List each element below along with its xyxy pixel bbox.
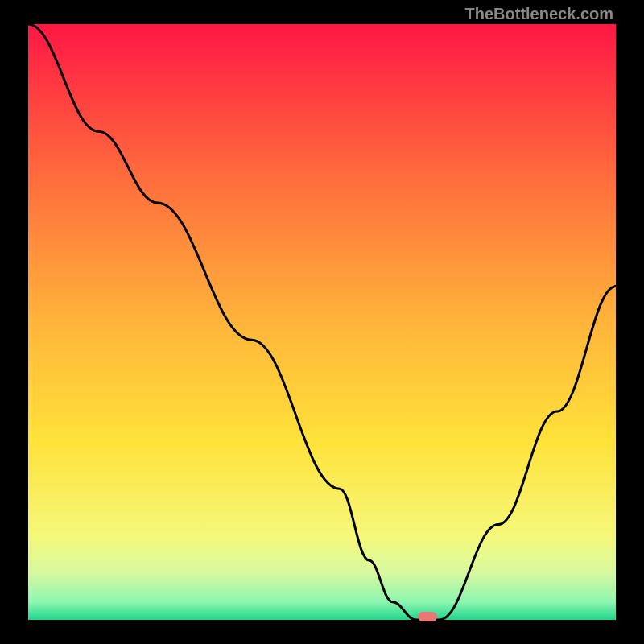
plot-area: [28, 24, 616, 620]
watermark-text: TheBottleneck.com: [465, 5, 613, 23]
chart-container: TheBottleneck.com: [0, 0, 644, 644]
optimal-marker: [418, 612, 437, 621]
bottleneck-curve: [28, 24, 616, 620]
